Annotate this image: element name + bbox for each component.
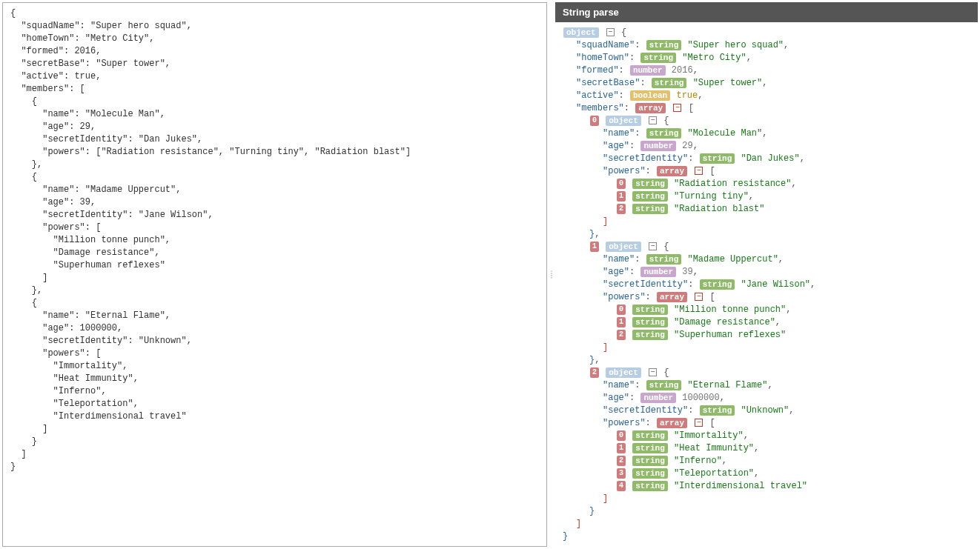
- json-key: "secretIdentity": [603, 405, 688, 416]
- json-value-boolean: true: [676, 90, 698, 101]
- type-badge-string: string: [646, 40, 682, 50]
- type-badge-string: string: [632, 330, 668, 340]
- array-index-badge: 1: [617, 191, 626, 202]
- json-key: "squadName": [576, 40, 635, 50]
- array-index-badge: 4: [617, 481, 626, 491]
- type-badge-string: string: [700, 153, 735, 164]
- array-index-badge: 2: [617, 456, 626, 466]
- json-key: "formed": [576, 65, 619, 76]
- json-value-string: "Dan Jukes": [741, 153, 799, 164]
- type-badge-string: string: [632, 305, 668, 315]
- type-badge-string: string: [640, 53, 676, 63]
- json-value-string: "Super tower": [693, 78, 763, 88]
- type-badge-string: string: [646, 380, 682, 390]
- json-value-string: "Madame Uppercut": [687, 254, 778, 264]
- json-key: "powers": [603, 292, 646, 302]
- json-value-string: "Superhuman reflexes": [674, 330, 786, 340]
- collapse-toggle[interactable]: −: [649, 116, 657, 124]
- json-key: "secretBase": [576, 78, 640, 88]
- type-badge-number: number: [630, 65, 666, 76]
- type-badge-boolean: boolean: [630, 90, 670, 101]
- type-badge-array: array: [657, 292, 687, 302]
- array-index-badge: 1: [617, 443, 626, 453]
- json-value-string: "Radiation blast": [674, 204, 764, 214]
- json-value-string: "Million tonne punch": [674, 305, 786, 315]
- panel-title: String parse: [555, 2, 978, 22]
- type-badge-string: string: [632, 456, 668, 466]
- json-key: "secretIdentity": [603, 153, 688, 164]
- json-key: "active": [576, 90, 619, 101]
- json-value-number: 29: [682, 141, 692, 151]
- json-value-string: "Interdimensional travel": [674, 481, 807, 491]
- array-index-badge: 2: [590, 367, 599, 378]
- json-value-string: "Damage resistance": [674, 317, 775, 327]
- json-key: "age": [603, 393, 629, 403]
- json-value-string: "Unknown": [741, 405, 789, 416]
- type-badge-object: object: [606, 242, 641, 252]
- type-badge-object: object: [606, 116, 641, 126]
- json-key: "powers": [603, 418, 646, 428]
- json-key: "members": [576, 103, 624, 113]
- collapse-toggle[interactable]: −: [649, 368, 657, 376]
- collapse-toggle[interactable]: −: [649, 242, 657, 250]
- array-index-badge: 1: [617, 317, 626, 327]
- json-value-string: "Eternal Flame": [687, 380, 767, 390]
- type-badge-string: string: [652, 78, 687, 88]
- type-badge-string: string: [646, 128, 682, 139]
- type-badge-array: array: [657, 418, 687, 428]
- parse-result-panel: String parse object − {"squadName": stri…: [555, 2, 978, 547]
- json-value-string: "Immortality": [674, 430, 744, 441]
- json-key: "homeTown": [576, 53, 629, 63]
- type-badge-array: array: [635, 103, 666, 113]
- type-badge-string: string: [632, 191, 668, 202]
- json-key: "name": [603, 380, 635, 390]
- json-key: "age": [603, 267, 629, 277]
- type-badge-number: number: [640, 393, 676, 403]
- json-value-number: 39: [682, 267, 692, 277]
- array-index-badge: 1: [590, 242, 599, 252]
- collapse-toggle[interactable]: −: [606, 28, 615, 36]
- type-badge-object: object: [606, 367, 641, 378]
- json-source-editor[interactable]: { "squadName": "Super hero squad", "home…: [2, 2, 547, 547]
- array-index-badge: 2: [617, 204, 626, 214]
- json-value-string: "Radiation resistance": [674, 179, 791, 189]
- collapse-toggle[interactable]: −: [695, 167, 703, 175]
- array-index-badge: 0: [617, 179, 626, 189]
- json-value-string: "Metro City": [682, 53, 746, 63]
- json-key: "secretIdentity": [603, 279, 688, 290]
- json-value-string: "Turning tiny": [674, 191, 749, 202]
- type-badge-string: string: [700, 405, 735, 416]
- type-badge-string: string: [646, 254, 682, 264]
- type-badge-string: string: [632, 430, 668, 441]
- json-value-number: 1000000: [682, 393, 719, 403]
- array-index-badge: 2: [617, 330, 626, 340]
- json-value-string: "Inferno": [674, 456, 722, 466]
- json-value-string: "Heat Immunity": [674, 443, 754, 453]
- json-key: "powers": [603, 166, 646, 176]
- collapse-toggle[interactable]: −: [695, 293, 703, 301]
- type-badge-number: number: [640, 267, 676, 277]
- type-badge-string: string: [632, 468, 668, 479]
- json-value-string: "Teleportation": [674, 468, 754, 479]
- array-index-badge: 3: [617, 468, 626, 479]
- collapse-toggle[interactable]: −: [673, 104, 681, 112]
- json-key: "age": [603, 141, 629, 151]
- json-value-string: "Molecule Man": [687, 128, 762, 139]
- json-value-number: 2016: [672, 65, 693, 76]
- type-badge-string: string: [632, 204, 668, 214]
- type-badge-string: string: [632, 179, 668, 189]
- pane-splitter[interactable]: [549, 0, 553, 549]
- collapse-toggle[interactable]: −: [695, 419, 703, 427]
- type-badge-string: string: [700, 279, 735, 290]
- json-key: "name": [603, 128, 635, 139]
- json-tree-viewer[interactable]: object − {"squadName": string "Super her…: [555, 22, 978, 547]
- type-badge-string: string: [632, 443, 668, 453]
- type-badge-object: object: [563, 27, 599, 38]
- json-value-string: "Super hero squad": [687, 40, 784, 50]
- array-index-badge: 0: [617, 430, 626, 441]
- json-key: "name": [603, 254, 635, 264]
- json-value-string: "Jane Wilson": [741, 279, 810, 290]
- type-badge-string: string: [632, 317, 668, 327]
- array-index-badge: 0: [617, 305, 626, 315]
- array-index-badge: 0: [590, 116, 599, 126]
